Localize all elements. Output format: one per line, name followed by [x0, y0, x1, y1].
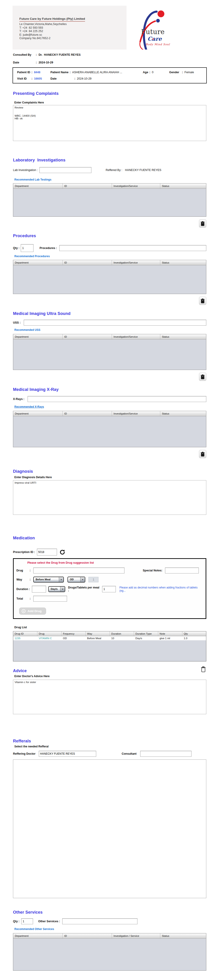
patient-name-label: Patient Name [50, 71, 68, 74]
uss-label: USS : [13, 321, 21, 324]
table-body [13, 939, 206, 970]
consult-date-label: Date [13, 61, 36, 64]
recommended-other-services-link[interactable]: Recommended Other Services [14, 928, 54, 931]
logo-word-future: Future [141, 28, 165, 36]
drug-label: Drug [16, 569, 30, 572]
consultation-page: Future Care by Future Holdings (Pty) Lim… [0, 0, 212, 980]
ultrasound-heading: Medical Imaging Ultra Sound [13, 311, 212, 316]
frequency-dropdown[interactable]: OD ▼ [67, 577, 85, 582]
drug-row: Drug : Special Notes : [16, 568, 202, 573]
complaints-textarea[interactable]: Review WBC- 14400 (SH) HB- ok [13, 105, 206, 141]
xray-delete-button[interactable] [199, 450, 206, 458]
recommended-xrays-link[interactable]: Recommended X-Rays [14, 405, 44, 408]
special-notes-input[interactable] [165, 568, 199, 573]
patient-gender-label: Gender [169, 71, 179, 74]
advice-textarea[interactable]: Vitamin c for sister [13, 679, 206, 714]
consultant-label: Consultant [122, 752, 137, 755]
procedures-qty-input[interactable] [21, 244, 34, 252]
recommended-procedures-link[interactable]: Recommended Procedures [14, 255, 50, 258]
lab-investigation-input[interactable] [39, 167, 92, 173]
company-phone-2: T: +24 84 225 252 [19, 30, 85, 33]
trash-icon [201, 451, 205, 457]
procedures-input[interactable] [59, 245, 206, 251]
chevron-down-icon: ▼ [59, 577, 63, 582]
procedures-qty-label: Qty : [13, 247, 19, 250]
patient-row-2: Visit ID : 16605 Date : 2024-10-29 [17, 77, 202, 80]
other-services-table: Department ID Investigation / Service St… [13, 933, 206, 970]
visit-id-label: Visit ID [17, 77, 31, 80]
logo-tagline: Body Mind Soul [146, 43, 170, 46]
total-input[interactable] [33, 596, 67, 601]
company-logo: Future Care ♥ Body Mind Soul [127, 6, 175, 49]
way-qty-readonly: 1 [88, 577, 98, 582]
table-body [13, 640, 206, 661]
table-header: Department ID Investigation/Service Stat… [13, 260, 206, 265]
xray-label: X-Rays : [13, 398, 24, 401]
diagnosis-textarea[interactable]: Impress viral URTI [13, 480, 206, 515]
trash-icon [201, 666, 206, 673]
table-body [13, 339, 206, 370]
consultant-input[interactable] [140, 751, 191, 757]
advice-delete-button[interactable] [200, 665, 207, 673]
table-header: Department ID Investigation / Service St… [13, 933, 206, 939]
consulted-by-row: Consulted By:Dr. HANECKY FUENTE REYES [13, 53, 212, 56]
visit-id-value: 16605 [34, 77, 47, 80]
per-meal-input[interactable] [102, 586, 116, 592]
way-dropdown[interactable]: Before Meal ▼ [33, 577, 64, 582]
patient-age-label: Age [143, 71, 148, 74]
prescription-id-input[interactable] [37, 549, 57, 555]
other-services-label: Other Services : [38, 920, 60, 923]
drug-selection-note: Please select the Drug from Drug suggess… [27, 561, 202, 564]
refferal-sub-label: Select the needed Refferal [14, 745, 212, 748]
way-row: Way : Before Meal ▼ OD ▼ 1 [16, 577, 202, 582]
duration-label: Duration : [16, 587, 32, 591]
company-number: Company No.8417652-2 [19, 37, 85, 40]
patient-row-1: Patient ID : 8448 Patient Name : ASHERA … [17, 71, 202, 74]
drug-entry-panel: Please select the Drug from Drug suggess… [13, 558, 206, 619]
prescription-id-label: Prescription ID : [13, 550, 35, 554]
lab-investigation-label: Lab Investingation : [13, 169, 38, 172]
lab-delete-button[interactable] [199, 220, 206, 228]
advice-heading: Advice [13, 668, 27, 673]
refferal-list[interactable] [13, 759, 206, 898]
add-drug-button[interactable]: + Add Drug [19, 608, 46, 615]
patient-gender-value: Female [185, 71, 194, 74]
drug-table-row[interactable]: 1235 VITAMIN C OD Before Meal 10 Day/s g… [13, 636, 206, 640]
uss-delete-button[interactable] [199, 373, 206, 381]
xray-input[interactable] [27, 396, 206, 402]
total-row: Total : [16, 596, 202, 601]
table-body [13, 416, 206, 447]
table-body [13, 189, 206, 216]
other-services-input[interactable] [62, 918, 138, 924]
other-qty-input[interactable] [21, 918, 33, 924]
other-services-heading: Other Services [13, 910, 212, 915]
company-info: Future Care by Future Holdings (Pty) Lim… [19, 17, 85, 40]
refferals-heading: Refferals [13, 739, 212, 743]
patient-info-bar: Patient ID : 8448 Patient Name : ASHERA … [13, 67, 207, 83]
company-header: Future Care by Future Holdings (Pty) Lim… [13, 6, 175, 49]
visit-date-value: 2024-10-29 [77, 77, 92, 80]
trash-icon [201, 374, 205, 380]
uss-input[interactable] [24, 320, 206, 326]
duration-type-dropdown[interactable]: Day/s ▼ [48, 586, 65, 592]
reffering-doctor-label: Reffering Doctor [13, 752, 35, 755]
duration-input[interactable] [32, 586, 46, 593]
refresh-prescription-button[interactable] [59, 549, 66, 555]
fractions-note: Please add as decimal numbers when addin… [119, 586, 202, 592]
chevron-down-icon: ▼ [60, 587, 65, 592]
procedures-delete-button[interactable] [199, 297, 206, 305]
medication-heading: Medication [13, 536, 212, 541]
table-header: Department ID Investigation/Service Stat… [13, 334, 206, 339]
company-phone-1: T: +24 82 593 593 [19, 26, 85, 30]
logo-word-care: Care [148, 35, 162, 42]
procedures-heading: Procedures [13, 234, 212, 238]
drug-input[interactable] [33, 568, 124, 573]
diagnosis-heading: Diagnosis [13, 469, 212, 474]
patient-name-value: ASHERA ANABELLE ALIRA ANAIAH ... [72, 71, 137, 74]
recommended-uss-link[interactable]: Recommended USS [14, 328, 40, 331]
consulted-by-value: Dr. HANECKY FUENTE REYES [39, 53, 81, 56]
total-label: Total [16, 597, 30, 600]
chevron-down-icon: ▼ [80, 577, 85, 582]
reffering-doctor-input[interactable] [39, 751, 96, 757]
recommended-lab-testings-link[interactable]: Recommended Lab Testings [14, 178, 51, 181]
